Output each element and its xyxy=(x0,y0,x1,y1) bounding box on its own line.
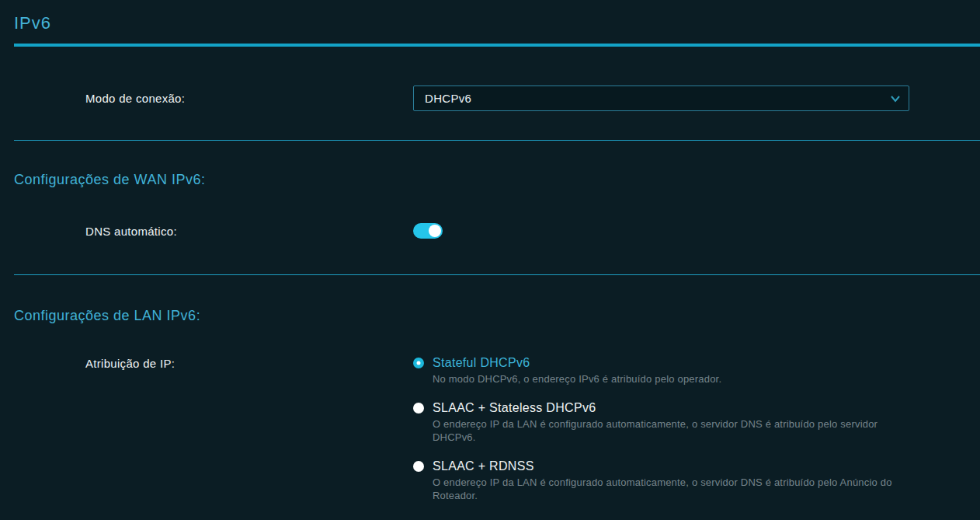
radio-option-label: Stateful DHCPv6 xyxy=(433,355,530,371)
section-divider xyxy=(14,274,980,275)
radio-line: SLAAC + Stateless DHCPv6 xyxy=(413,400,895,416)
toggle-knob xyxy=(429,225,441,237)
page-title: IPv6 xyxy=(14,13,980,33)
auto-dns-toggle[interactable] xyxy=(413,223,443,239)
radio-option-description: O endereço IP da LAN é configurado autom… xyxy=(433,476,895,502)
chevron-down-icon xyxy=(890,95,901,103)
radio-option-slaac-stateless-dhcpv6[interactable]: SLAAC + Stateless DHCPv6 O endereço IP d… xyxy=(413,400,895,444)
connection-mode-label: Modo de conexão: xyxy=(85,92,413,105)
section-divider xyxy=(14,140,980,141)
radio-unselected-icon[interactable] xyxy=(413,403,424,414)
radio-option-label: SLAAC + Stateless DHCPv6 xyxy=(433,400,596,416)
title-underline xyxy=(14,44,980,47)
radio-line: Stateful DHCPv6 xyxy=(413,355,895,371)
radio-option-label: SLAAC + RDNSS xyxy=(433,459,534,474)
radio-option-description: O endereço IP da LAN é configurado autom… xyxy=(433,417,895,444)
ip-assignment-label: Atribuição de IP: xyxy=(85,355,413,370)
connection-mode-select[interactable]: DHCPv6 xyxy=(413,86,909,111)
lan-section-header: Configurações de LAN IPv6: xyxy=(14,308,980,324)
connection-mode-selected-value: DHCPv6 xyxy=(414,92,471,105)
auto-dns-label: DNS automático: xyxy=(85,225,413,238)
ip-assignment-row: Atribuição de IP: Stateful DHCPv6 No mod… xyxy=(0,355,980,502)
radio-option-description: No modo DHCPv6, o endereço IPv6 é atribu… xyxy=(433,372,895,386)
connection-mode-row: Modo de conexão: DHCPv6 xyxy=(0,86,980,111)
ip-assignment-radio-group: Stateful DHCPv6 No modo DHCPv6, o endere… xyxy=(413,355,895,502)
wan-section-header: Configurações de WAN IPv6: xyxy=(14,172,980,188)
radio-option-slaac-rdnss[interactable]: SLAAC + RDNSS O endereço IP da LAN é con… xyxy=(413,459,895,502)
radio-option-stateful-dhcpv6[interactable]: Stateful DHCPv6 No modo DHCPv6, o endere… xyxy=(413,355,895,386)
radio-selected-icon[interactable] xyxy=(413,358,424,368)
auto-dns-row: DNS automático: xyxy=(0,223,980,239)
radio-line: SLAAC + RDNSS xyxy=(413,459,895,474)
radio-unselected-icon[interactable] xyxy=(413,461,424,472)
ipv6-settings-page: IPv6 Modo de conexão: DHCPv6 Configuraçõ… xyxy=(0,13,980,520)
